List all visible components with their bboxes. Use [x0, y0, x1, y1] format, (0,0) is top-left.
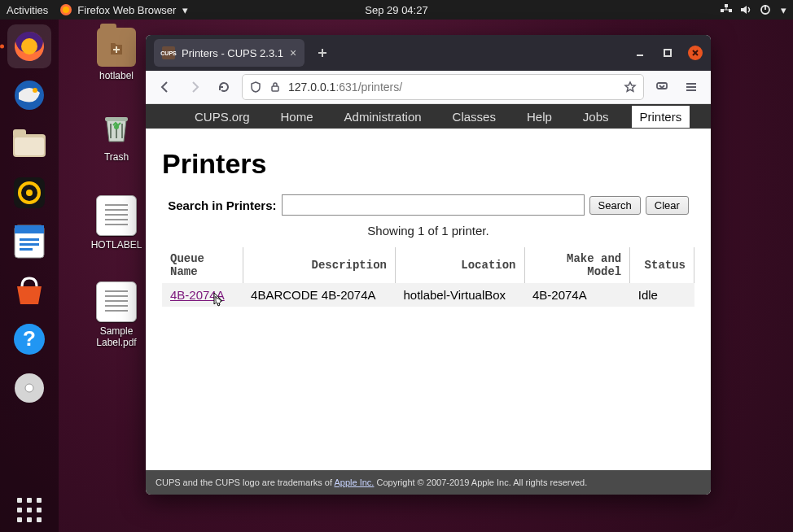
- desktop-icon-label: HOTLABEL: [80, 239, 153, 251]
- svg-rect-30: [272, 86, 278, 91]
- svg-point-8: [21, 38, 37, 55]
- svg-point-1: [63, 7, 69, 13]
- printer-make-model: 4B-2074A: [524, 283, 630, 307]
- result-count: Showing 1 of 1 printer.: [162, 224, 694, 238]
- cups-page: Printers Search in Printers: Search Clea…: [146, 129, 711, 470]
- folder-icon: [97, 28, 136, 67]
- svg-rect-18: [15, 225, 44, 233]
- desktop-file-sample-label[interactable]: Sample Label.pdf: [80, 281, 153, 348]
- svg-point-26: [25, 384, 33, 392]
- window-minimize-button[interactable]: [633, 46, 647, 60]
- tab-favicon-icon: CUPS: [162, 46, 175, 59]
- dock-disc[interactable]: [7, 366, 51, 410]
- dock-files[interactable]: [7, 122, 51, 166]
- show-apps-button[interactable]: [7, 488, 51, 532]
- window-close-button[interactable]: [688, 46, 703, 60]
- firefox-window: CUPS Printers - CUPS 2.3.1 × 127.0.0.1:6…: [146, 35, 711, 495]
- col-location: Location: [395, 247, 524, 283]
- chevron-down-icon: ▾: [182, 4, 188, 16]
- clock[interactable]: Sep 29 04:27: [365, 4, 427, 16]
- dock-software[interactable]: [7, 268, 51, 312]
- svg-point-10: [33, 88, 37, 93]
- nav-jobs[interactable]: Jobs: [575, 106, 617, 128]
- svg-rect-29: [664, 50, 671, 56]
- desktop-file-hotlabel[interactable]: HOTLABEL: [80, 195, 153, 251]
- cups-footer: CUPS and the CUPS logo are trademarks of…: [146, 470, 711, 495]
- network-icon: [721, 4, 732, 15]
- nav-home[interactable]: Home: [273, 106, 322, 128]
- col-description: Description: [243, 247, 395, 283]
- search-button[interactable]: Search: [589, 196, 641, 215]
- svg-rect-6: [765, 5, 766, 10]
- nav-classes[interactable]: Classes: [445, 106, 504, 128]
- svg-rect-12: [13, 129, 26, 137]
- page-title: Printers: [162, 148, 694, 180]
- dock-thunderbird[interactable]: [7, 73, 51, 117]
- printer-location: hotlabel-VirtualBox: [395, 283, 524, 307]
- shield-icon: [249, 81, 262, 94]
- svg-rect-19: [20, 238, 39, 241]
- printer-queue-link[interactable]: 4B-2074A: [170, 288, 225, 302]
- nav-help[interactable]: Help: [519, 106, 560, 128]
- nav-reload-button[interactable]: [212, 76, 235, 98]
- firefox-menu-icon: [59, 3, 72, 16]
- firefox-tabbar: CUPS Printers - CUPS 2.3.1 ×: [146, 35, 711, 71]
- svg-rect-27: [105, 117, 128, 121]
- footer-apple-link[interactable]: Apple Inc.: [335, 477, 375, 487]
- svg-rect-20: [20, 243, 39, 246]
- clear-button[interactable]: Clear: [646, 196, 689, 215]
- svg-rect-21: [20, 248, 33, 251]
- gnome-topbar: Activities Firefox Web Browser ▾ Sep 29 …: [0, 0, 793, 20]
- nav-administration[interactable]: Administration: [336, 106, 430, 128]
- svg-rect-4: [725, 4, 728, 7]
- browser-tab[interactable]: CUPS Printers - CUPS 2.3.1 ×: [154, 39, 304, 67]
- search-label: Search in Printers:: [168, 198, 276, 212]
- search-row: Search in Printers: Search Clear: [162, 194, 694, 216]
- dock-rhythmbox[interactable]: [7, 171, 51, 215]
- svg-rect-13: [15, 137, 44, 155]
- system-tray[interactable]: ▾: [721, 4, 786, 16]
- search-input[interactable]: [282, 194, 585, 216]
- text-file-icon: [96, 281, 137, 322]
- dock-help[interactable]: ?: [7, 317, 51, 361]
- url-bar[interactable]: 127.0.0.1:631/printers/: [242, 74, 644, 100]
- activities-button[interactable]: Activities: [7, 4, 48, 16]
- dock-firefox[interactable]: [7, 24, 51, 68]
- text-file-icon: [96, 195, 137, 236]
- tab-title: Printers - CUPS 2.3.1: [182, 47, 283, 59]
- volume-icon: [740, 4, 751, 15]
- app-menu[interactable]: Firefox Web Browser ▾: [59, 3, 188, 16]
- app-menu-button[interactable]: [680, 76, 703, 98]
- nav-printers[interactable]: Printers: [632, 106, 690, 128]
- printer-description: 4BARCODE 4B-2074A: [243, 283, 395, 307]
- power-icon: [760, 4, 771, 15]
- url-text: 127.0.0.1:631/printers/: [288, 81, 617, 94]
- pocket-button[interactable]: [651, 76, 673, 98]
- svg-point-16: [26, 190, 33, 196]
- desktop-icon-label: Sample Label.pdf: [80, 325, 153, 348]
- nav-cupsorg[interactable]: CUPS.org: [186, 106, 258, 128]
- ubuntu-dock: ?: [0, 20, 59, 532]
- cups-nav: CUPS.org Home Administration Classes Hel…: [146, 104, 711, 129]
- chevron-down-icon: ▾: [781, 4, 786, 16]
- nav-forward-button[interactable]: [183, 76, 206, 98]
- new-tab-button[interactable]: [311, 41, 334, 64]
- app-menu-label: Firefox Web Browser: [77, 4, 176, 16]
- col-make-model: Make and Model: [524, 247, 630, 283]
- tab-close-button[interactable]: ×: [290, 47, 296, 59]
- bookmark-star-icon[interactable]: [624, 81, 637, 94]
- desktop-icon-label: hotlabel: [80, 70, 153, 81]
- window-maximize-button[interactable]: [660, 46, 675, 60]
- svg-text:?: ?: [23, 326, 36, 351]
- trash-icon: [97, 109, 136, 148]
- lock-icon: [269, 81, 282, 94]
- desktop-folder-hotlabel[interactable]: hotlabel: [80, 28, 153, 81]
- table-row: 4B-2074A 4BARCODE 4B-2074A hotlabel-Virt…: [162, 283, 694, 307]
- col-status: Status: [630, 247, 694, 283]
- nav-back-button[interactable]: [154, 76, 177, 98]
- dock-libreoffice-writer[interactable]: [7, 220, 51, 264]
- desktop-icon-label: Trash: [80, 151, 153, 163]
- desktop-trash[interactable]: Trash: [80, 109, 153, 163]
- printer-status: Idle: [630, 283, 694, 307]
- firefox-toolbar: 127.0.0.1:631/printers/: [146, 71, 711, 104]
